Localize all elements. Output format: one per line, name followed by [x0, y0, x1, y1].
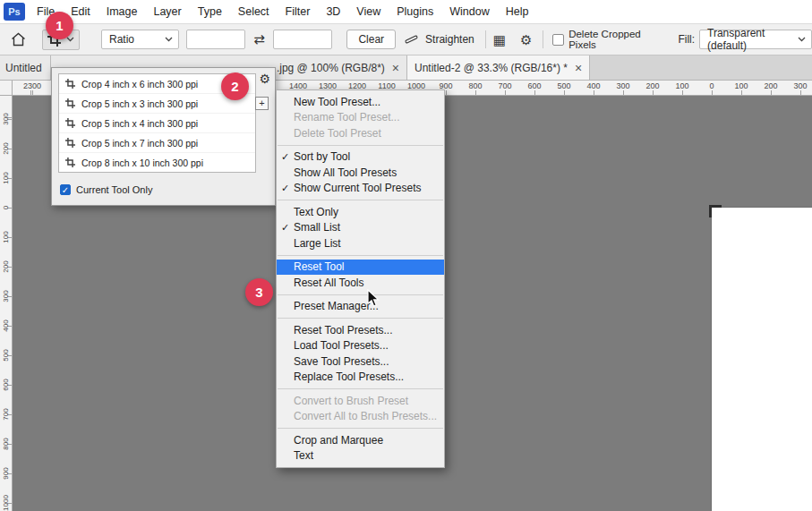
menu-item[interactable]: 3D: [318, 0, 348, 24]
menu-item-label: Reset Tool Presets...: [294, 324, 393, 336]
preset-flyout-menu: ✓ New Tool Preset... ✓ Rename Tool Prese…: [276, 89, 445, 468]
flyout-menu-item[interactable]: ✓ Reset All Tools: [277, 275, 444, 291]
flyout-menu-item[interactable]: ✓ Text Only: [277, 204, 444, 220]
current-tool-only-label: Current Tool Only: [76, 184, 152, 195]
fill-label: Fill:: [678, 33, 695, 46]
menu-item[interactable]: Image: [98, 0, 146, 24]
preset-label: Crop 4 inch x 6 inch 300 ppi: [81, 79, 198, 89]
flyout-menu-item[interactable]: ✓ Load Tool Presets...: [277, 338, 444, 354]
menu-item-label: Convert All to Brush Presets...: [294, 410, 437, 422]
crop-icon: [65, 98, 75, 108]
menu-item[interactable]: Window: [441, 0, 497, 24]
flyout-menu-item[interactable]: ✓ Text: [277, 448, 444, 464]
current-tool-only-checkbox[interactable]: ✓ Current Tool Only: [60, 184, 152, 195]
chevron-down-icon: [165, 37, 173, 42]
straighten-label: Straighten: [425, 33, 474, 46]
flyout-menu-item[interactable]: ✓ Show Current Tool Presets: [277, 181, 444, 197]
flyout-menu-item[interactable]: ✓ Crop and Marquee: [277, 432, 444, 448]
flyout-menu-item[interactable]: ✓: [278, 294, 443, 295]
ruler-number: 300: [2, 113, 10, 124]
delete-cropped-pixels-label: Delete Cropped Pixels: [568, 29, 669, 50]
home-icon[interactable]: [11, 32, 26, 47]
flyout-menu-item[interactable]: ✓: [278, 145, 443, 146]
menu-item[interactable]: View: [348, 0, 389, 24]
flyout-menu-item[interactable]: ✓ Reset Tool: [277, 260, 444, 276]
photoshop-window: Ps File Edit Image Layer Type Select Fil…: [0, 0, 812, 511]
flyout-menu-item[interactable]: ✓ Convert to Brush Preset: [277, 393, 444, 409]
menu-item-label: Load Tool Presets...: [294, 339, 389, 352]
overlay-options-icon[interactable]: ▦: [493, 33, 506, 47]
menu-item[interactable]: Layer: [145, 0, 189, 24]
flyout-menu-item[interactable]: ✓ New Tool Preset...: [277, 94, 444, 110]
flyout-menu-item[interactable]: ✓ Rename Tool Preset...: [277, 110, 444, 126]
close-icon[interactable]: ×: [575, 62, 582, 74]
checkbox-icon: [552, 34, 564, 46]
flyout-menu-item[interactable]: ✓ Large List: [277, 235, 444, 251]
ruler-number: 0: [709, 81, 714, 90]
photoshop-logo-icon: Ps: [4, 3, 25, 21]
menu-item[interactable]: Select: [230, 0, 278, 24]
ratio-select[interactable]: Ratio: [101, 30, 179, 49]
flyout-menu-item[interactable]: ✓ Delete Tool Preset: [277, 125, 444, 141]
tool-preset-item[interactable]: Crop 5 inch x 7 inch 300 ppi: [59, 133, 255, 153]
tool-preset-item[interactable]: Crop 5 inch x 4 inch 300 ppi: [59, 114, 255, 133]
checkbox-checked-icon: ✓: [60, 184, 71, 195]
flyout-menu-item[interactable]: ✓ Preset Manager...: [277, 299, 444, 315]
document-canvas[interactable]: [712, 208, 812, 511]
menu-item[interactable]: Type: [190, 0, 230, 24]
menu-item-label: New Tool Preset...: [294, 96, 380, 108]
close-icon[interactable]: ×: [392, 62, 399, 74]
ruler-number: 700: [498, 81, 511, 90]
tool-preset-item[interactable]: Crop 8 inch x 10 inch 300 ppi: [59, 153, 255, 173]
new-preset-button[interactable]: +: [255, 97, 269, 110]
clear-button[interactable]: Clear: [346, 30, 396, 49]
menu-item[interactable]: Plugins: [389, 0, 441, 24]
tab-untitled-1[interactable]: Untitled: [0, 55, 51, 80]
flyout-menu-item[interactable]: ✓: [278, 200, 443, 200]
flyout-menu-item[interactable]: ✓ Sort by Tool: [277, 149, 444, 166]
flyout-menu-item[interactable]: ✓: [278, 318, 443, 319]
menu-item[interactable]: Help: [498, 0, 537, 24]
menu-item-label: Convert to Brush Preset: [294, 395, 408, 407]
flyout-menu-item[interactable]: ✓: [278, 255, 443, 256]
flyout-menu-item[interactable]: ✓ Show All Tool Presets: [277, 165, 444, 181]
chevron-down-icon: [66, 37, 74, 42]
ruler-number: 400: [2, 319, 10, 331]
flyout-menu-item[interactable]: ✓: [278, 388, 443, 389]
flyout-menu-item[interactable]: ✓: [278, 428, 443, 429]
menu-item-label: Reset All Tools: [294, 277, 364, 289]
swap-dimensions-icon[interactable]: ⇄: [252, 31, 267, 47]
delete-cropped-pixels-checkbox[interactable]: Delete Cropped Pixels: [552, 29, 669, 50]
straighten-button[interactable]: Straighten: [405, 33, 474, 46]
vertical-ruler: 300 200 100 0 100 200 300 400 500 600 70…: [0, 96, 13, 511]
flyout-menu-item[interactable]: ✓ Convert All to Brush Presets...: [277, 409, 444, 425]
crop-icon: [65, 138, 75, 148]
menu-item-label: Large List: [294, 237, 341, 250]
divider: [485, 30, 486, 48]
ruler-number: 100: [734, 81, 748, 90]
ruler-number: 100: [2, 172, 10, 183]
ruler-number: 600: [2, 379, 10, 390]
flyout-menu-item[interactable]: ✓ Save Tool Presets...: [277, 353, 444, 370]
crop-icon: [65, 118, 75, 128]
ruler-number: 400: [586, 81, 600, 90]
menu-item-label: Sort by Tool: [294, 150, 350, 163]
mouse-cursor: [367, 289, 380, 308]
menu-item[interactable]: Filter: [278, 0, 319, 24]
crop-width-input[interactable]: [186, 30, 245, 49]
ruler-number: 300: [2, 290, 10, 302]
crop-settings-gear-icon[interactable]: ⚙: [520, 33, 532, 47]
ruler-number: 100: [675, 81, 688, 90]
straighten-icon: [405, 35, 418, 44]
panel-menu-gear-icon[interactable]: ⚙: [259, 72, 270, 85]
ruler-number: 900: [2, 467, 10, 479]
flyout-menu-item[interactable]: ✓ Reset Tool Presets...: [277, 322, 444, 338]
crop-height-input[interactable]: [273, 30, 332, 49]
tab-untitled-2[interactable]: Untitled-2 @ 33.3% (RGB/16*) * ×: [407, 55, 590, 80]
flyout-menu-item[interactable]: ✓ Small List: [277, 220, 444, 236]
flyout-menu-item[interactable]: ✓ Replace Tool Presets...: [277, 370, 444, 386]
divider: [543, 30, 543, 48]
chevron-down-icon: [798, 37, 806, 42]
fill-select[interactable]: Transparent (default): [699, 30, 812, 49]
menu-bar: Ps File Edit Image Layer Type Select Fil…: [0, 0, 812, 24]
